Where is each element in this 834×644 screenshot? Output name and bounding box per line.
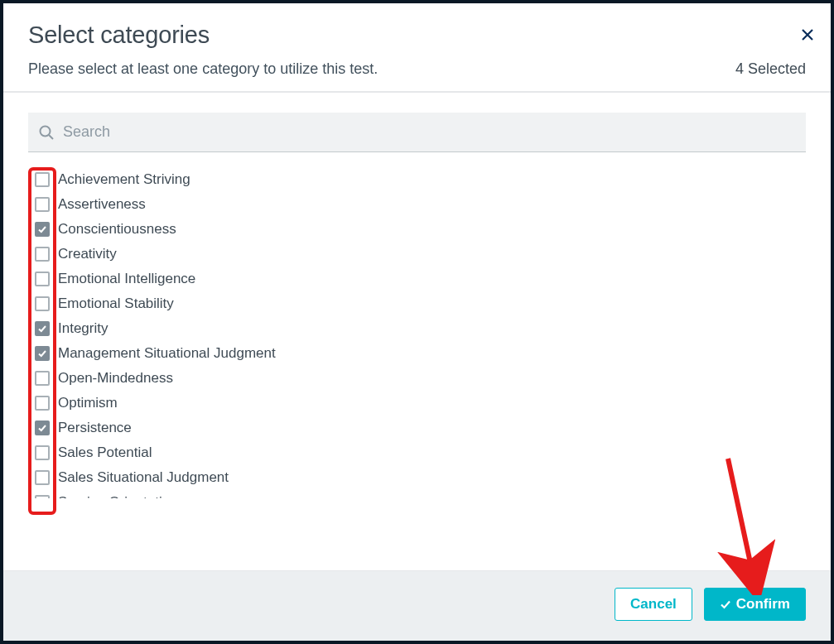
checkmark-icon: [37, 324, 47, 334]
category-label: Assertiveness: [58, 196, 146, 213]
checkmark-icon: [37, 423, 47, 433]
category-checkbox[interactable]: [35, 346, 50, 361]
category-row[interactable]: Conscientiousness: [31, 217, 806, 242]
check-icon: [720, 598, 731, 610]
checkmark-icon: [37, 348, 47, 358]
category-label: Emotional Stability: [58, 296, 174, 312]
category-row[interactable]: Integrity: [31, 316, 806, 341]
category-checkbox[interactable]: [35, 247, 50, 262]
category-label: Optimism: [58, 395, 118, 411]
category-checkbox[interactable]: [35, 272, 50, 286]
category-label: Open-Mindedness: [58, 370, 173, 387]
category-label: Creativity: [58, 246, 117, 262]
category-label: Management Situational Judgment: [58, 345, 276, 362]
modal-title: Select categories: [28, 22, 806, 49]
category-row[interactable]: Creativity: [31, 242, 806, 267]
category-row[interactable]: Open-Mindedness: [31, 366, 806, 391]
category-row[interactable]: Emotional Intelligence: [31, 267, 806, 291]
category-list[interactable]: Achievement StrivingAssertivenessConscie…: [28, 167, 806, 498]
category-label: Persistence: [58, 420, 132, 436]
category-checkbox[interactable]: [35, 321, 50, 336]
confirm-label: Confirm: [736, 596, 790, 613]
category-checkbox[interactable]: [35, 470, 50, 485]
category-checkbox[interactable]: [35, 222, 50, 237]
selected-count: 4 Selected: [735, 60, 806, 78]
category-checkbox[interactable]: [35, 172, 50, 187]
category-checkbox[interactable]: [35, 421, 50, 435]
search-input[interactable]: [63, 123, 796, 141]
category-label: Sales Potential: [58, 445, 152, 461]
category-checkbox[interactable]: [35, 445, 50, 460]
category-row[interactable]: Management Situational Judgment: [31, 341, 806, 366]
cancel-button[interactable]: Cancel: [615, 588, 692, 621]
modal-header: Select categories Please select at least…: [3, 3, 831, 93]
category-checkbox[interactable]: [35, 197, 50, 212]
category-label: Integrity: [58, 320, 108, 337]
search-box[interactable]: [28, 113, 806, 152]
category-row[interactable]: Persistence: [31, 416, 806, 440]
category-row[interactable]: Sales Potential: [31, 440, 806, 465]
search-icon: [38, 124, 55, 141]
category-row[interactable]: Optimism: [31, 391, 806, 416]
select-categories-modal: Select categories Please select at least…: [3, 3, 831, 641]
close-button[interactable]: [799, 26, 816, 43]
cancel-label: Cancel: [630, 596, 677, 613]
category-row[interactable]: Assertiveness: [31, 192, 806, 217]
category-row[interactable]: Sales Situational Judgment: [31, 465, 806, 490]
modal-subrow: Please select at least one category to u…: [28, 60, 806, 78]
modal-subtitle: Please select at least one category to u…: [28, 60, 378, 78]
category-row[interactable]: Achievement Striving: [31, 167, 806, 192]
close-icon: [802, 29, 813, 41]
category-label: Service Orientation: [58, 494, 178, 498]
confirm-button[interactable]: Confirm: [704, 588, 806, 621]
checkmark-icon: [37, 224, 47, 234]
category-label: Conscientiousness: [58, 221, 176, 238]
category-label: Achievement Striving: [58, 171, 190, 188]
category-list-wrap: Achievement StrivingAssertivenessConscie…: [28, 167, 806, 562]
category-checkbox[interactable]: [35, 495, 50, 498]
category-label: Emotional Intelligence: [58, 271, 195, 287]
modal-body: Achievement StrivingAssertivenessConscie…: [3, 93, 831, 570]
category-label: Sales Situational Judgment: [58, 469, 229, 486]
category-checkbox[interactable]: [35, 396, 50, 411]
category-row[interactable]: Service Orientation: [31, 490, 806, 498]
category-checkbox[interactable]: [35, 371, 50, 386]
category-checkbox[interactable]: [35, 296, 50, 311]
svg-point-0: [41, 126, 51, 136]
modal-footer: Cancel Confirm: [3, 570, 831, 641]
category-row[interactable]: Emotional Stability: [31, 291, 806, 316]
svg-line-1: [49, 135, 53, 139]
